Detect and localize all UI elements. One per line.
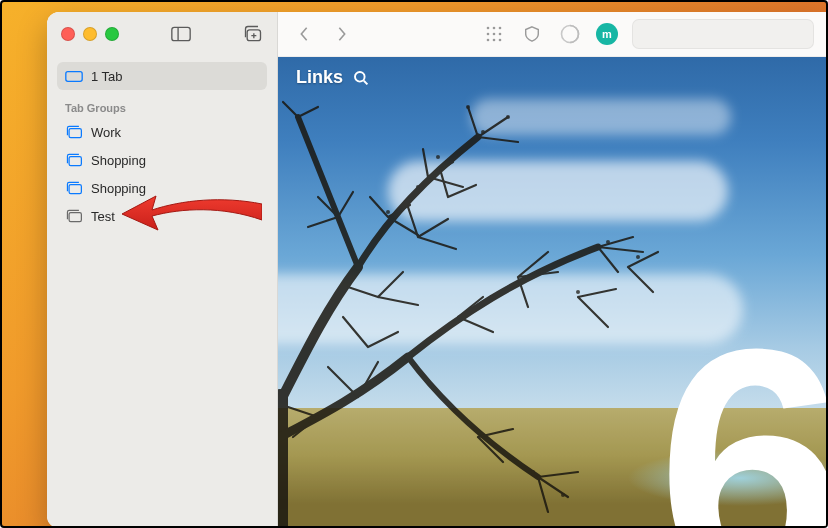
tab-group-icon <box>65 181 83 195</box>
tab-group-label: Work <box>91 125 121 140</box>
tab-group-icon <box>65 153 83 167</box>
tab-group-label: Shopping <box>91 153 146 168</box>
sidebar-toggle-icon[interactable] <box>171 26 191 42</box>
minimize-window-button[interactable] <box>83 27 97 41</box>
svg-point-10 <box>487 27 490 30</box>
current-tabs-row[interactable]: 1 Tab <box>57 62 267 90</box>
toolbar: m <box>278 12 828 57</box>
address-bar[interactable] <box>632 19 814 49</box>
svg-point-16 <box>487 39 490 42</box>
current-tabs-label: 1 Tab <box>91 69 123 84</box>
links-label: Links <box>296 67 343 88</box>
sidebar: 1 Tab Tab Groups Work <box>47 12 278 528</box>
svg-line-32 <box>364 80 368 84</box>
tab-group-icon <box>65 125 83 139</box>
svg-point-15 <box>499 33 502 36</box>
svg-point-11 <box>493 27 496 30</box>
wallpaper-numeral: 6 <box>657 298 828 528</box>
tab-groups-header: Tab Groups <box>57 90 267 118</box>
svg-point-13 <box>487 33 490 36</box>
tab-group-test[interactable]: Test <box>57 202 267 230</box>
window-titlebar <box>47 12 277 56</box>
svg-point-14 <box>493 33 496 36</box>
svg-point-12 <box>499 27 502 30</box>
back-button[interactable] <box>292 22 316 46</box>
svg-rect-9 <box>69 213 81 222</box>
tab-group-shopping-1[interactable]: Shopping <box>57 146 267 174</box>
tab-group-work[interactable]: Work <box>57 118 267 146</box>
links-heading[interactable]: Links <box>296 67 369 88</box>
tab-group-shopping-2[interactable]: Shopping <box>57 174 267 202</box>
svg-rect-6 <box>69 129 81 138</box>
main-area: m <box>278 12 828 528</box>
avatar-initial: m <box>602 28 612 40</box>
tabs-icon <box>65 69 83 83</box>
svg-point-18 <box>499 39 502 42</box>
close-window-button[interactable] <box>61 27 75 41</box>
zoom-window-button[interactable] <box>105 27 119 41</box>
forward-button[interactable] <box>330 22 354 46</box>
icloud-tabs-icon[interactable] <box>558 22 582 46</box>
svg-rect-5 <box>66 71 82 81</box>
start-page-wallpaper: 6 <box>278 57 828 528</box>
start-page-grid-icon[interactable] <box>482 22 506 46</box>
privacy-report-icon[interactable] <box>520 22 544 46</box>
desktop-background: 1 Tab Tab Groups Work <box>0 0 828 528</box>
profile-avatar[interactable]: m <box>596 23 618 45</box>
tab-group-label: Shopping <box>91 181 146 196</box>
page-content: 6 Links <box>278 57 828 528</box>
svg-point-31 <box>355 72 365 82</box>
svg-rect-7 <box>69 157 81 166</box>
tab-group-label: Test <box>91 209 115 224</box>
svg-rect-0 <box>172 27 190 40</box>
traffic-lights <box>61 27 119 41</box>
tab-group-icon <box>65 209 83 223</box>
svg-rect-8 <box>69 185 81 194</box>
svg-point-17 <box>493 39 496 42</box>
sidebar-body: 1 Tab Tab Groups Work <box>47 56 277 230</box>
new-tab-group-icon[interactable] <box>243 26 263 42</box>
safari-window: 1 Tab Tab Groups Work <box>47 12 828 528</box>
search-icon <box>353 70 369 86</box>
